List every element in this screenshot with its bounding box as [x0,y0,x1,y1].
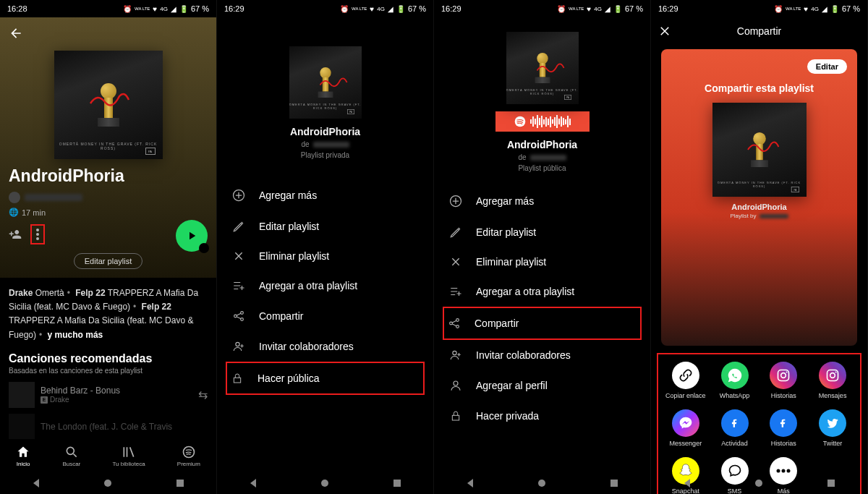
recommendation-row[interactable]: The London (feat. J. Cole & Travis [9,414,208,440]
bottom-nav: Inicio Buscar Tu biblioteca Premium [0,439,216,472]
playlist-cover: OMERTÀ MONEY IN THE GRAVE (FT. RICK ROSS… [712,103,807,197]
nav-back-icon[interactable] [465,478,475,488]
menu-share-highlighted[interactable]: Compartir [443,307,642,340]
link-icon [672,362,699,389]
more-options-highlighted[interactable] [30,224,45,244]
tab-premium[interactable]: Premium [177,445,200,467]
svg-point-18 [456,319,459,322]
nav-home-icon[interactable] [537,478,547,488]
menu-make-private[interactable]: Hacer privada [446,401,639,431]
menu-invite[interactable]: Invitar colaboradores [229,331,422,362]
spotify-icon [514,116,526,127]
battery-icon: 🔋 [179,5,188,13]
menu-make-public-highlighted[interactable]: Hacer pública [226,362,425,395]
menu-edit[interactable]: Editar playlist [446,217,639,247]
spotify-code[interactable] [495,111,590,132]
edit-story-button[interactable]: Editar [807,59,847,74]
svg-point-8 [234,315,237,318]
share-ig-messages[interactable]: Mensajes [809,362,856,399]
ctx-title: AndroidPhoria [434,139,650,150]
edit-playlist-button[interactable]: Editar playlist [9,253,208,269]
rec-cover [9,414,35,440]
menu-add-to[interactable]: Agregar a otra playlist [446,276,639,307]
svg-point-34 [755,480,762,487]
rec-track-name: Behind Barz - Bonus [41,386,192,396]
close-button[interactable] [658,25,671,38]
swap-icon[interactable]: ⇆ [198,388,208,401]
nav-home-icon[interactable] [320,478,330,488]
recommendations-subtitle: Basadas en las canciones de esta playlis… [9,367,208,375]
x-icon [231,250,246,262]
svg-point-21 [454,381,458,386]
share-whatsapp[interactable]: WhatsApp [712,362,758,399]
menu-share[interactable]: Compartir [229,301,422,331]
share-copy-link[interactable]: Copiar enlace [663,362,709,399]
add-user-icon [448,349,463,362]
screen-context-public: 16:29 ⏰ WA LTE ♥ 4G ◢ 🔋 67 % OMERTÀ MONE… [434,0,651,494]
x-icon [448,256,463,268]
globe-icon: 🌐 [9,208,19,217]
wifi-label: WA LTE [135,7,150,11]
plus-circle-icon [448,194,463,208]
author-row[interactable] [9,192,208,203]
svg-point-26 [781,373,786,378]
rec-artist-name: Drake [50,396,69,404]
share-header: Compartir [651,17,867,45]
author-name [313,142,349,148]
svg-point-10 [241,318,244,321]
play-button[interactable] [176,220,208,252]
share-fb-feed[interactable]: Actividad [712,409,758,447]
playlist-body: Drake Omertà• Felp 22 TRAPPERZ A Mafia D… [0,278,216,454]
share-twitter[interactable]: Twitter [809,409,856,447]
nav-recent-icon[interactable] [392,478,402,488]
alarm-icon: ⏰ [340,5,349,13]
plus-circle-icon [231,188,246,203]
tab-home[interactable]: Inicio [16,445,30,467]
profile-icon [448,379,463,392]
author-name [25,194,82,201]
menu-add-more[interactable]: Agregar más [229,179,422,211]
svg-point-19 [456,325,459,328]
menu-delete[interactable]: Eliminar playlist [229,242,422,271]
nav-back-icon[interactable] [682,478,692,488]
alarm-icon: ⏰ [774,5,783,13]
twitter-icon [819,409,846,437]
share-ig-stories[interactable]: Historias [761,362,807,399]
menu-invite[interactable]: Invitar colaboradores [446,340,639,370]
menu-add-profile[interactable]: Agregar al perfil [446,370,639,401]
back-button[interactable] [9,22,208,45]
share-title: Compartir [737,25,781,37]
svg-rect-6 [176,480,184,487]
menu-add-to[interactable]: Agregar a otra playlist [229,271,422,301]
svg-rect-12 [234,378,240,383]
nav-recent-icon[interactable] [609,478,619,488]
instagram-icon [819,362,846,389]
nav-recent-icon[interactable] [175,478,185,488]
pencil-icon [231,220,246,233]
svg-point-27 [786,371,788,372]
tab-search[interactable]: Buscar [62,445,80,467]
tab-library[interactable]: Tu biblioteca [113,445,145,467]
add-collaborator-icon[interactable] [9,228,22,241]
menu-delete[interactable]: Eliminar playlist [446,247,639,276]
share-playlist-title: AndroidPhoria [671,203,847,211]
context-menu: Agregar más Editar playlist Eliminar pla… [217,165,433,409]
alarm-icon: ⏰ [123,5,132,13]
cell-icon: ◢ [171,5,176,13]
status-bar: 16:29 ⏰ WA LTE ♥ 4G ◢ 🔋 67 % [651,0,867,17]
svg-rect-35 [827,480,835,487]
menu-add-more[interactable]: Agregar más [446,185,639,217]
nav-back-icon[interactable] [31,478,41,488]
menu-edit[interactable]: Editar playlist [229,211,422,242]
nav-recent-icon[interactable] [826,478,836,488]
svg-rect-24 [610,480,618,487]
nav-home-icon[interactable] [754,478,764,488]
svg-point-23 [538,480,545,487]
avatar [9,192,20,203]
share-fb-stories[interactable]: Historias [761,409,807,447]
nav-home-icon[interactable] [103,478,113,488]
facebook-icon [770,409,797,437]
nav-back-icon[interactable] [248,478,258,488]
recommendation-row[interactable]: Behind Barz - Bonus EDrake ⇆ [9,382,208,408]
share-messenger[interactable]: Messenger [663,409,709,447]
